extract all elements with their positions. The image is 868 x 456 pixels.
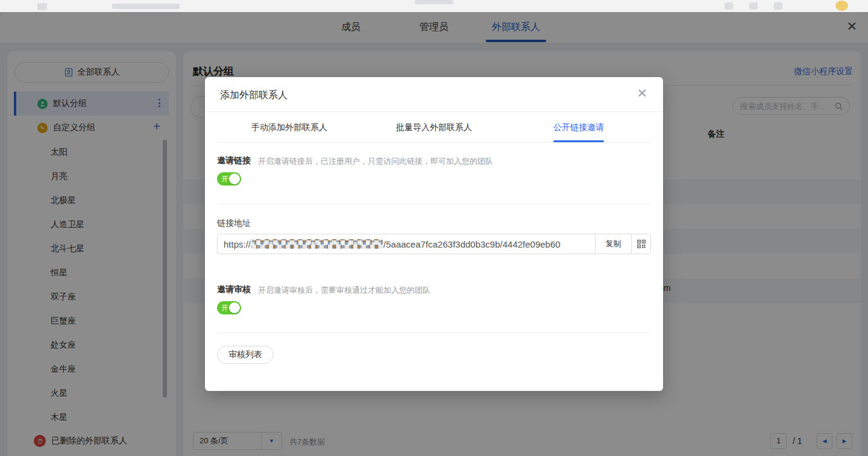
invite-link-label: 邀请链接 — [217, 155, 251, 166]
link-address-label: 链接地址 — [217, 218, 251, 229]
divider — [217, 333, 651, 333]
url-prefix: https:// — [224, 239, 251, 249]
add-external-contact-modal: 添加外部联系人 ✕ 手动添加外部联系人 批量导入外部联系人 公开链接邀请 邀请链… — [205, 77, 663, 391]
topbar-remnant-text — [112, 4, 180, 9]
toggle-on-label: 开 — [221, 304, 228, 312]
close-icon[interactable]: ✕ — [637, 87, 647, 99]
tab-batch-import[interactable]: 批量导入外部联系人 — [362, 112, 506, 142]
invite-review-description: 开启邀请审核后，需要审核通过才能加入您的团队 — [258, 285, 430, 296]
screen: 成员 管理员 外部联系人 ✕ 全部联系人 默认分组 ✎ — [0, 0, 868, 456]
topbar-remnant-icon — [774, 2, 782, 10]
invite-review-label: 邀请审核 — [217, 284, 251, 295]
topbar-remnant-icon — [725, 2, 733, 10]
browser-topbar-remnant — [0, 0, 868, 12]
avatar — [835, 1, 848, 11]
invite-link-group: https:///5aaacea7fca263f3dd0b3c9b/4442fe… — [217, 234, 651, 254]
divider — [217, 142, 651, 143]
toggle-knob — [229, 173, 240, 184]
topbar-remnant-tab — [415, 0, 453, 4]
topbar-remnant-icon — [749, 2, 758, 10]
copy-button[interactable]: 复制 — [595, 234, 631, 254]
qr-code-button[interactable] — [631, 234, 650, 254]
modal-tabs: 手动添加外部联系人 批量导入外部联系人 公开链接邀请 — [217, 112, 651, 142]
modal-title: 添加外部联系人 — [220, 89, 288, 102]
invite-link-description: 开启邀请链接后，已注册用户，只需访问此链接，即可加入您的团队 — [258, 156, 493, 167]
censored-url-mosaic — [251, 239, 383, 249]
qr-code-icon — [637, 239, 646, 249]
url-suffix: /5aaacea7fca263f3dd0b3c9b/4442fe09eb60 — [383, 239, 561, 249]
tab-manual-add[interactable]: 手动添加外部联系人 — [217, 112, 362, 142]
invite-link-input[interactable]: https:///5aaacea7fca263f3dd0b3c9b/4442fe… — [218, 234, 595, 254]
toggle-knob — [229, 302, 240, 313]
tab-public-link-invite-label: 公开链接邀请 — [553, 122, 604, 132]
tab-public-link-invite[interactable]: 公开链接邀请 — [506, 112, 651, 142]
toggle-on-label: 开 — [221, 175, 228, 183]
topbar-remnant-icon — [37, 3, 47, 10]
divider — [217, 204, 651, 204]
invite-link-toggle[interactable]: 开 — [217, 172, 241, 186]
invite-review-toggle[interactable]: 开 — [217, 301, 241, 314]
review-list-button[interactable]: 审核列表 — [217, 346, 274, 364]
